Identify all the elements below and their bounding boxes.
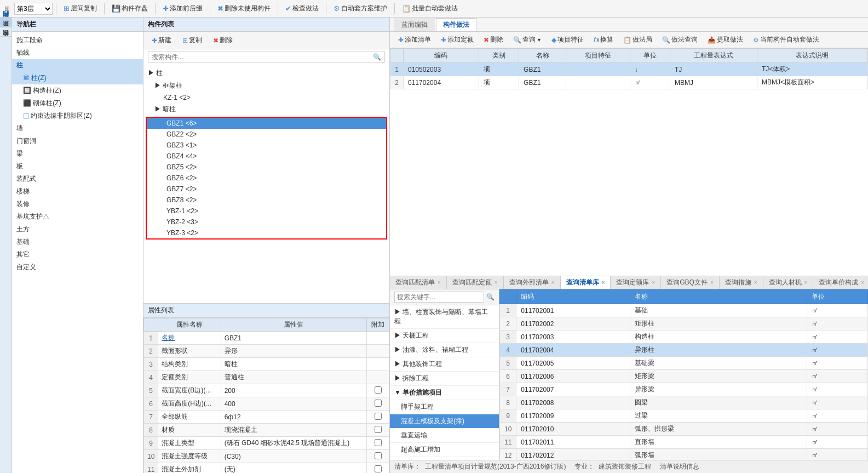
btable-row-unit[interactable]: ㎡	[807, 370, 868, 383]
ybz2-item[interactable]: YBZ-2 <3>	[147, 216, 386, 227]
btable-row-code[interactable]: 011702007	[516, 383, 630, 396]
component-save-btn[interactable]: 💾 构件存盘	[108, 2, 152, 15]
tab-query-external[interactable]: 查询外部清单 ×	[504, 276, 561, 289]
nav-item-constraint-col[interactable]: ◫ 约束边缘非阴影区(Z)	[12, 110, 143, 122]
close-tab-query-manmachine[interactable]: ×	[804, 280, 808, 286]
method-row-code[interactable]: 010502003	[404, 63, 479, 76]
layer-copy-btn[interactable]: ⊞ 层间复制	[60, 2, 101, 15]
prop-row-extra[interactable]	[367, 332, 389, 345]
close-tab-query-unit-price[interactable]: ×	[861, 280, 864, 286]
btable-row-unit[interactable]: ㎡	[807, 436, 868, 449]
bottom-search-input[interactable]	[394, 292, 484, 303]
nav-item-foundation-support[interactable]: 基坑支护△	[12, 210, 143, 223]
method-row[interactable]: 1 010502003 项 GBZ1 ↓ TJ TJ<体积>	[390, 63, 868, 76]
tab-query-match-list[interactable]: 查询匹配清单 ×	[390, 276, 447, 289]
prop-row-value[interactable]: (无)	[221, 463, 367, 474]
btable-row-name[interactable]: 过梁	[630, 409, 807, 423]
nav-item-earthwork[interactable]: 土方	[12, 223, 143, 236]
btable-row-code[interactable]: 011702008	[516, 396, 630, 409]
right-delete-btn[interactable]: ✖ 删除	[480, 33, 507, 46]
btable-row-code[interactable]: 011702012	[516, 449, 630, 460]
btable-row[interactable]: 11 011702011 直形墙 ㎡	[500, 436, 868, 449]
auto-maintain-btn[interactable]: ⚙ 自动套方案维护	[330, 2, 391, 15]
btable-row[interactable]: 6 011702006 矩形梁 ㎡	[500, 370, 868, 383]
prop-row-extra[interactable]	[367, 411, 389, 424]
btable-row-name[interactable]: 弧形墙	[630, 449, 807, 460]
tab-query-match-quota[interactable]: 查询匹配定额 ×	[447, 276, 504, 289]
nav-item-door-window[interactable]: 门窗洞	[12, 135, 143, 147]
prop-row-extra[interactable]	[367, 463, 389, 474]
gbz2-item[interactable]: GBZ2 <2>	[147, 129, 386, 140]
method-query-btn[interactable]: 🔍 做法查询	[658, 33, 702, 46]
btable-row-code[interactable]: 011702002	[516, 317, 630, 330]
btable-row-name[interactable]: 圆梁	[630, 396, 807, 409]
prop-row-extra[interactable]	[367, 384, 389, 397]
remove-unused-btn[interactable]: ✖ 删除未使用构件	[214, 2, 274, 15]
method-row-unit[interactable]: ㎡	[630, 76, 670, 89]
nav-item-decoration[interactable]: 装修	[12, 198, 143, 210]
gbz3-item[interactable]: GBZ3 <1>	[147, 140, 386, 151]
close-tab-query-gbq[interactable]: ×	[710, 280, 714, 286]
nav-item-custom[interactable]: 自定义	[12, 261, 143, 273]
btable-row-unit[interactable]: ㎡	[807, 317, 868, 330]
nav-item-staircase[interactable]: 楼梯	[12, 185, 143, 198]
sidebar-item-search[interactable]: 搜索构	[0, 36, 12, 45]
btable-row[interactable]: 1 011702001 基础 ㎡	[500, 304, 868, 317]
btable-row-unit[interactable]: ㎡	[807, 396, 868, 409]
nav-item-column[interactable]: 柱	[12, 59, 143, 72]
btable-row-name[interactable]: 基础	[630, 304, 807, 317]
prop-row-extra[interactable]	[367, 437, 389, 450]
ybz1-item[interactable]: YBZ-1 <2>	[147, 206, 386, 216]
bottom-item-elevator[interactable]: ▶ 天棚工程	[390, 329, 499, 343]
close-tab-query-quota[interactable]: ×	[652, 280, 655, 286]
btable-row-code[interactable]: 011702011	[516, 436, 630, 449]
method-row-type[interactable]: 项	[479, 76, 519, 89]
auto-method-btn[interactable]: ⚙ 当前构件自动套做法	[749, 33, 823, 46]
copy-component-btn[interactable]: ⊞ 复制	[179, 34, 206, 47]
bottom-item-single-measure[interactable]: ▼ 单价措施项目	[390, 386, 499, 400]
method-row-expr[interactable]: MBMJ	[670, 76, 757, 89]
method-editor-btn[interactable]: 📋 做法局	[619, 33, 656, 46]
bottom-item-wall-col[interactable]: ▶ 墙、柱面装饰与隔断、幕墙工程	[390, 305, 499, 329]
nav-item-construction[interactable]: 施工段命	[12, 34, 143, 47]
tab-query-manmachine[interactable]: 查询人材机 ×	[763, 276, 814, 289]
method-row-unit[interactable]: ↓	[630, 63, 670, 76]
gbz5-item[interactable]: GBZ5 <2>	[147, 162, 386, 173]
gbz1-item[interactable]: GBZ1 <6>	[147, 118, 386, 129]
btable-row[interactable]: 10 011702010 弧形、拱形梁 ㎡	[500, 423, 868, 436]
prop-row-value[interactable]: 6ф12	[221, 411, 367, 424]
add-prefix-btn[interactable]: ✚ 添加前后缀	[159, 2, 206, 15]
ybz3-item[interactable]: YBZ-3 <2>	[147, 227, 386, 238]
frame-col-group-item[interactable]: ▶ 框架柱	[143, 79, 389, 92]
tab-query-quota[interactable]: 查询定额库 ×	[611, 276, 661, 289]
btable-row-name[interactable]: 矩形柱	[630, 317, 807, 330]
tab-coverage-edit[interactable]: 蓝面编辑	[394, 18, 435, 31]
nav-item-others[interactable]: 其它	[12, 248, 143, 261]
btable-row[interactable]: 12 011702012 弧形墙 ㎡	[500, 449, 868, 460]
method-row-expr[interactable]: TJ	[670, 63, 757, 76]
btable-row-unit[interactable]: ㎡	[807, 330, 868, 344]
btable-row-code[interactable]: 011702004	[516, 344, 630, 357]
prop-row-extra[interactable]	[367, 450, 389, 463]
prop-row-value[interactable]: 400	[221, 397, 367, 411]
nav-item-assembled[interactable]: 装配式	[12, 173, 143, 185]
bottom-item-scaffold[interactable]: 脚手架工程	[390, 400, 499, 414]
tab-query-measure[interactable]: 查询措施 ×	[720, 276, 763, 289]
method-row-code[interactable]: 011702004	[404, 76, 479, 89]
query-btn[interactable]: 🔍 查询 ▼	[509, 33, 545, 46]
layer-select[interactable]: 第3层 第1层 第2层 第4层	[14, 3, 53, 15]
btable-row-name[interactable]: 异形梁	[630, 383, 807, 396]
btable-row-unit[interactable]: ㎡	[807, 383, 868, 396]
btable-row[interactable]: 4 011702004 异形柱 ㎡	[500, 344, 868, 357]
sidebar-item-component-list[interactable]: 构件列	[0, 18, 12, 27]
btable-row-name[interactable]: 异形柱	[630, 344, 807, 357]
calculate-btn[interactable]: fx 换算	[590, 33, 617, 46]
check-method-btn[interactable]: ✔ 检查做法	[281, 2, 323, 15]
close-tab-query-measure[interactable]: ×	[754, 280, 757, 286]
method-row[interactable]: 2 011702004 项 GBZ1 ㎡ MBMJ MBMJ<模板面积>	[390, 76, 868, 89]
sidebar-item-new[interactable]: 新建	[0, 27, 12, 36]
method-row-name[interactable]: GBZ1	[519, 63, 566, 76]
bottom-item-paint[interactable]: ▶ 油漆、涂料、裱糊工程	[390, 343, 499, 357]
btable-row-code[interactable]: 011702006	[516, 370, 630, 383]
btable-row[interactable]: 8 011702008 圆梁 ㎡	[500, 396, 868, 409]
